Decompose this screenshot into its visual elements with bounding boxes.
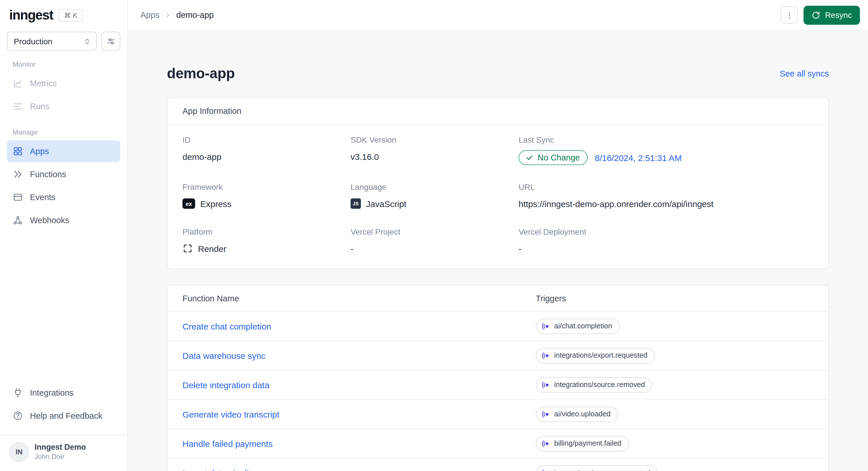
app-information-card: App Information ID demo-app SDK Version … xyxy=(167,97,829,269)
event-trigger-icon xyxy=(541,439,550,448)
table-row: Create chat completion ai/chat.completio… xyxy=(167,312,828,341)
render-icon xyxy=(183,243,193,254)
function-link[interactable]: Delete integration data xyxy=(183,380,536,390)
see-all-syncs-link[interactable]: See all syncs xyxy=(780,69,829,78)
user-subtitle: John Doe xyxy=(34,452,86,462)
field-label: Vercel Deployment xyxy=(519,227,813,236)
page-header: demo-app See all syncs xyxy=(167,65,829,82)
field-vercel-deployment: Vercel Deployment - xyxy=(519,227,813,255)
sidebar-header: inngest ⌘ K xyxy=(7,0,120,28)
more-options-button[interactable] xyxy=(781,6,798,24)
environment-row: Production xyxy=(7,32,120,51)
apps-grid-icon xyxy=(13,146,23,157)
sidebar-item-label: Functions xyxy=(30,170,66,179)
breadcrumb-apps[interactable]: Apps xyxy=(141,10,159,20)
trigger-label: ai/chat.completion xyxy=(554,322,613,330)
chevron-updown-icon xyxy=(84,37,91,45)
trigger-label: integrations/source.connected xyxy=(554,469,650,471)
event-trigger-icon xyxy=(541,410,550,418)
sidebar-item-label: Integrations xyxy=(30,388,74,397)
main-area: Apps demo-app Resync de xyxy=(128,0,868,471)
field-label: Platform xyxy=(183,227,344,236)
sidebar-item-runs[interactable]: Runs xyxy=(7,96,120,117)
function-link[interactable]: Generate video transcript xyxy=(183,409,536,419)
resync-button[interactable]: Resync xyxy=(804,5,860,25)
table-row: Generate video transcript ai/video.uploa… xyxy=(167,400,828,429)
app-root: inngest ⌘ K Production Monitor Metrics xyxy=(0,0,868,471)
field-value: v3.16.0 xyxy=(350,150,512,163)
events-icon xyxy=(13,192,23,202)
sidebar-item-webhooks[interactable]: Webhooks xyxy=(7,209,120,231)
field-platform: Platform Render xyxy=(183,227,344,255)
section-label-monitor: Monitor xyxy=(13,60,115,68)
breadcrumb: Apps demo-app xyxy=(141,10,214,20)
topbar: Apps demo-app Resync xyxy=(128,0,868,31)
sidebar: inngest ⌘ K Production Monitor Metrics xyxy=(0,0,128,471)
sidebar-item-label: Webhooks xyxy=(30,216,69,225)
field-url: URL https://inngest-demo-app.onrender.co… xyxy=(519,182,813,210)
trigger-badge: integrations/source.connected xyxy=(536,465,658,471)
sidebar-item-functions[interactable]: Functions xyxy=(7,163,120,185)
field-label: Framework xyxy=(183,182,344,192)
sidebar-item-integrations[interactable]: Integrations xyxy=(7,382,120,404)
trigger-label: integrations/export.requested xyxy=(554,351,648,360)
user-menu[interactable]: IN Inngest Demo John Doe xyxy=(0,435,127,471)
javascript-icon: JS xyxy=(350,198,361,209)
sidebar-spacer xyxy=(7,232,120,382)
field-label: URL xyxy=(519,182,813,192)
avatar: IN xyxy=(9,442,29,462)
function-link[interactable]: Import data pipeline xyxy=(183,468,536,471)
function-link[interactable]: Create chat completion xyxy=(183,321,536,331)
environment-selector[interactable]: Production xyxy=(7,32,97,51)
user-info: Inngest Demo John Doe xyxy=(34,442,86,462)
page-content: demo-app See all syncs App Information I… xyxy=(128,31,868,471)
event-trigger-icon xyxy=(541,380,550,389)
field-value: https://inngest-demo-app.onrender.com/ap… xyxy=(519,197,813,210)
table-row: Delete integration data integrations/sou… xyxy=(167,370,828,400)
check-icon xyxy=(526,154,534,162)
environment-settings-button[interactable] xyxy=(101,32,120,51)
trigger-badge: integrations/export.requested xyxy=(536,348,655,363)
field-value: Express xyxy=(200,199,231,208)
sidebar-item-help[interactable]: Help and Feedback xyxy=(7,405,120,427)
field-value: - xyxy=(519,242,813,255)
field-value: demo-app xyxy=(183,150,344,163)
sidebar-item-metrics[interactable]: Metrics xyxy=(7,72,120,94)
field-label: Last Sync xyxy=(519,135,813,144)
sliders-icon xyxy=(106,36,115,46)
app-info-fields: ID demo-app SDK Version v3.16.0 Last Syn… xyxy=(167,125,828,269)
function-link[interactable]: Data warehouse sync xyxy=(183,350,536,360)
field-value: - xyxy=(350,242,512,255)
field-label: SDK Version xyxy=(350,135,512,144)
field-framework: Framework ex Express xyxy=(183,182,344,210)
function-link[interactable]: Handle failed payments xyxy=(183,438,536,448)
webhooks-icon xyxy=(13,215,23,226)
sidebar-item-label: Metrics xyxy=(30,79,57,88)
sidebar-item-apps[interactable]: Apps xyxy=(7,140,120,162)
badge-label: No Change xyxy=(537,153,580,162)
last-sync-time[interactable]: 8/16/2024, 2:51:31 AM xyxy=(595,153,682,163)
section-label-manage: Manage xyxy=(13,128,115,136)
metrics-icon xyxy=(13,78,23,89)
trigger-label: billing/payment.failed xyxy=(554,439,622,447)
field-sdk-version: SDK Version v3.16.0 xyxy=(350,135,512,165)
field-label: Language xyxy=(350,182,512,192)
field-id: ID demo-app xyxy=(183,135,344,165)
table-row: Handle failed payments billing/payment.f… xyxy=(167,429,828,458)
field-label: Vercel Project xyxy=(350,227,512,236)
field-value: Render xyxy=(198,243,226,253)
topbar-actions: Resync xyxy=(781,5,860,25)
page-title: demo-app xyxy=(167,65,235,82)
help-circle-icon xyxy=(13,411,23,421)
no-change-badge: No Change xyxy=(519,150,588,165)
sidebar-item-label: Help and Feedback xyxy=(30,411,102,420)
user-name: Inngest Demo xyxy=(34,442,86,452)
kebab-menu-icon xyxy=(785,11,794,19)
command-palette-shortcut[interactable]: ⌘ K xyxy=(59,9,83,22)
sidebar-item-events[interactable]: Events xyxy=(7,186,120,208)
field-label: ID xyxy=(183,135,344,144)
trigger-label: integrations/source.removed xyxy=(554,381,645,389)
trigger-badge: integrations/source.removed xyxy=(536,377,652,393)
stage: inngest ⌘ K Production Monitor Metrics xyxy=(0,0,868,471)
column-header-triggers: Triggers xyxy=(536,294,813,303)
